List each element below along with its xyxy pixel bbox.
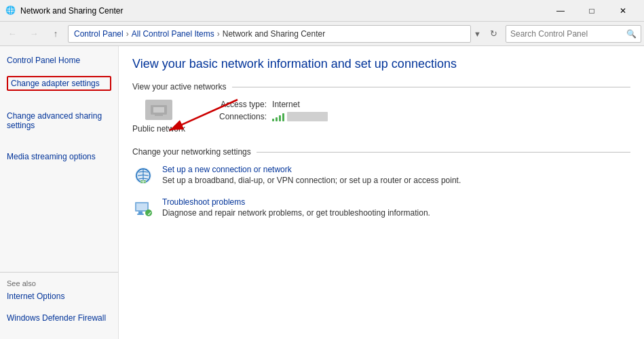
breadcrumb-current: Network and Sharing Center bbox=[223, 29, 325, 39]
active-networks-label: View your active networks bbox=[132, 82, 227, 92]
active-networks-header: View your active networks bbox=[132, 82, 630, 92]
svg-rect-1 bbox=[153, 107, 164, 113]
settings-section: Set up a new connection or network Set u… bbox=[132, 165, 630, 219]
content-area: View your basic network information and … bbox=[119, 46, 644, 339]
access-type-label: Access type: bbox=[212, 100, 267, 109]
maximize-button[interactable]: □ bbox=[576, 0, 607, 22]
sidebar-item-sharing[interactable]: Change advanced sharing settings bbox=[7, 110, 111, 132]
sidebar-nav: Control Panel Home Change adapter settin… bbox=[0, 54, 118, 163]
svg-text:✓: ✓ bbox=[147, 211, 152, 217]
setting-item-connection: Set up a new connection or network Set u… bbox=[132, 165, 630, 186]
connection-icon bbox=[132, 165, 154, 186]
sidebar-firewall[interactable]: Windows Defender Firewall bbox=[7, 312, 111, 324]
svg-rect-12 bbox=[136, 203, 147, 210]
setting-desc-troubleshoot: Diagnose and repair network problems, or… bbox=[162, 208, 430, 218]
sidebar-item-adapter[interactable]: Change adapter settings bbox=[7, 76, 111, 91]
network-right: Access type: Internet Connections: bbox=[212, 100, 328, 121]
address-bar: ← → ↑ Control Panel › All Control Panel … bbox=[0, 22, 644, 46]
main-area: Control Panel Home Change adapter settin… bbox=[0, 46, 644, 339]
network-name: Public network bbox=[132, 124, 185, 134]
sidebar-item-streaming[interactable]: Media streaming options bbox=[7, 151, 111, 163]
bar1 bbox=[272, 119, 274, 121]
bar4 bbox=[282, 113, 284, 121]
see-also-label: See also bbox=[7, 279, 111, 287]
bar3 bbox=[279, 115, 281, 121]
setting-item-troubleshoot: ✓ Troubleshoot problems Diagnose and rep… bbox=[132, 197, 630, 219]
divider bbox=[232, 87, 630, 87]
setting-desc-connection: Set up a broadband, dial-up, or VPN conn… bbox=[162, 176, 461, 185]
access-type-value: Internet bbox=[272, 100, 300, 109]
connections-label: Connections: bbox=[212, 112, 267, 121]
up-button[interactable]: ↑ bbox=[46, 24, 65, 43]
network-info-container: Public network Access type: Internet Con… bbox=[132, 100, 630, 134]
window-controls: — □ ✕ bbox=[545, 0, 639, 22]
breadcrumb-all-items[interactable]: All Control Panel Items bbox=[132, 29, 214, 39]
divider2 bbox=[257, 152, 630, 153]
setting-link-troubleshoot[interactable]: Troubleshoot problems bbox=[162, 197, 430, 207]
setting-text-connection: Set up a new connection or network Set u… bbox=[162, 165, 461, 185]
title-bar: 🌐 Network and Sharing Center — □ ✕ bbox=[0, 0, 644, 22]
back-button[interactable]: ← bbox=[3, 24, 22, 43]
search-input[interactable] bbox=[510, 29, 626, 39]
minimize-button[interactable]: — bbox=[545, 0, 576, 22]
forward-button[interactable]: → bbox=[24, 24, 43, 43]
refresh-button[interactable]: ↻ bbox=[484, 24, 503, 43]
network-left: Public network bbox=[132, 100, 185, 134]
connection-name bbox=[287, 112, 328, 121]
svg-rect-2 bbox=[155, 115, 163, 116]
bar2 bbox=[276, 117, 278, 121]
setting-text-troubleshoot: Troubleshoot problems Diagnose and repai… bbox=[162, 197, 430, 218]
connections-row: Connections: bbox=[212, 112, 328, 121]
svg-rect-14 bbox=[137, 214, 144, 215]
window-title: Network and Sharing Center bbox=[20, 6, 545, 16]
access-type-row: Access type: Internet bbox=[212, 100, 328, 109]
breadcrumb: Control Panel › All Control Panel Items … bbox=[68, 25, 471, 43]
signal-bars bbox=[272, 112, 284, 121]
sidebar-item-home[interactable]: Control Panel Home bbox=[7, 54, 111, 66]
network-icon bbox=[145, 100, 172, 120]
network-info: Public network Access type: Internet Con… bbox=[132, 100, 630, 134]
close-button[interactable]: ✕ bbox=[607, 0, 639, 22]
window-icon: 🌐 bbox=[5, 5, 16, 16]
breadcrumb-dropdown[interactable]: ▼ bbox=[474, 30, 481, 38]
sidebar-internet-options[interactable]: Internet Options bbox=[7, 290, 111, 302]
svg-rect-13 bbox=[138, 212, 143, 214]
page-title: View your basic network information and … bbox=[132, 57, 630, 71]
troubleshoot-icon: ✓ bbox=[132, 197, 154, 219]
sidebar: Control Panel Home Change adapter settin… bbox=[0, 46, 119, 339]
sidebar-bottom: See also Internet Options Windows Defend… bbox=[0, 272, 118, 331]
setting-link-connection[interactable]: Set up a new connection or network bbox=[162, 165, 461, 174]
connection-value bbox=[272, 112, 328, 121]
search-box[interactable]: 🔍 bbox=[506, 25, 641, 43]
breadcrumb-control-panel[interactable]: Control Panel bbox=[74, 29, 124, 39]
search-icon: 🔍 bbox=[626, 29, 637, 39]
networking-settings-header: Change your networking settings bbox=[132, 147, 630, 157]
networking-settings-label: Change your networking settings bbox=[132, 147, 251, 157]
